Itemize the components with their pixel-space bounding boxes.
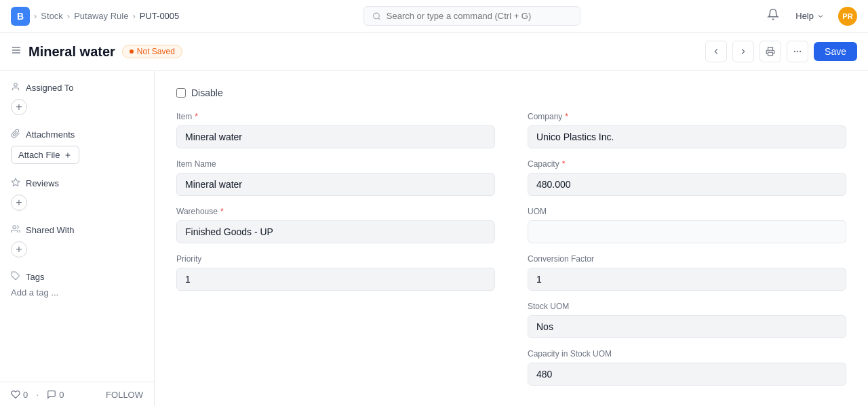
capacity-label: Capacity * (528, 159, 846, 169)
dot-separator: · (36, 389, 39, 400)
search-icon (372, 12, 381, 21)
item-name-label: Item Name (176, 159, 495, 169)
svg-point-0 (373, 13, 379, 19)
uom-group: UOM (528, 207, 846, 243)
priority-input[interactable] (176, 268, 495, 291)
share-icon (11, 224, 20, 236)
plus-icon (64, 151, 72, 159)
tags-header: Tags (11, 271, 143, 283)
save-button[interactable]: Save (814, 42, 857, 61)
topnav-right: Help PR (764, 5, 857, 26)
print-button[interactable] (760, 41, 781, 62)
likes-area: 0 (11, 390, 28, 400)
svg-point-7 (794, 51, 795, 52)
warehouse-label: Warehouse * (176, 207, 495, 216)
capacity-input[interactable] (528, 173, 846, 196)
disable-row: Disable (176, 87, 846, 98)
company-input[interactable] (528, 125, 846, 148)
avatar: PR (838, 7, 857, 26)
heart-icon[interactable] (11, 390, 20, 399)
main-content: Disable Item * Item Name (155, 71, 868, 406)
add-assigned-to-button[interactable]: + (11, 99, 27, 115)
user-icon (11, 82, 20, 94)
star-icon (11, 178, 20, 189)
follow-button[interactable]: FOLLOW (106, 390, 143, 400)
svg-point-5 (797, 51, 797, 52)
shared-with-header: Shared With (11, 224, 143, 236)
menu-icon[interactable] (11, 45, 22, 58)
app-icon: B (11, 7, 30, 26)
warehouse-required: * (220, 207, 224, 216)
breadcrumb-current: PUT-0005 (140, 11, 180, 21)
item-name-input[interactable] (176, 173, 495, 196)
capacity-group: Capacity * (528, 159, 846, 196)
warehouse-input[interactable] (176, 220, 495, 243)
not-saved-badge: Not Saved (122, 45, 182, 58)
conversion-factor-group: Conversion Factor (528, 254, 846, 291)
conversion-factor-input[interactable] (528, 268, 846, 291)
priority-label: Priority (176, 254, 495, 264)
not-saved-dot (130, 49, 134, 54)
more-button[interactable] (787, 41, 808, 62)
capacity-required: * (562, 159, 566, 169)
attach-file-button[interactable]: Attach File (11, 146, 79, 164)
main-layout: Assigned To + Attachments Attach File (0, 71, 868, 406)
uom-label: UOM (528, 207, 846, 216)
company-label: Company * (528, 112, 846, 121)
breadcrumb-sep-3: › (132, 11, 135, 21)
page-title: Mineral water (28, 44, 115, 60)
attachments-section: Attachments Attach File (11, 129, 143, 164)
warehouse-group: Warehouse * (176, 207, 495, 243)
item-label: Item * (176, 112, 495, 121)
svg-point-6 (800, 51, 801, 52)
help-button[interactable]: Help (790, 8, 830, 24)
right-column: Company * Capacity * UOM (528, 112, 846, 397)
breadcrumb-putaway-rule[interactable]: Putaway Rule (74, 11, 128, 21)
capacity-stock-uom-input[interactable] (528, 363, 846, 386)
reviews-header: Reviews (11, 178, 143, 189)
reviews-section: Reviews + (11, 178, 143, 211)
paperclip-icon (11, 129, 20, 140)
search-input[interactable] (387, 11, 572, 21)
breadcrumb-area: B › Stock › Putaway Rule › PUT-0005 (11, 7, 179, 26)
item-name-group: Item Name (176, 159, 495, 196)
prev-button[interactable] (705, 41, 727, 62)
item-input[interactable] (176, 125, 495, 148)
capacity-stock-uom-label: Capacity in Stock UOM (528, 349, 846, 359)
breadcrumb-sep-2: › (67, 11, 70, 21)
svg-point-8 (14, 83, 18, 87)
left-column: Item * Item Name Warehouse * (176, 112, 495, 397)
svg-marker-11 (12, 178, 20, 186)
capacity-stock-uom-group: Capacity in Stock UOM (528, 349, 846, 386)
disable-checkbox[interactable] (176, 88, 186, 98)
page-header-right: Save (705, 41, 857, 62)
sidebar: Assigned To + Attachments Attach File (0, 71, 155, 406)
next-button[interactable] (732, 41, 754, 62)
disable-label: Disable (191, 87, 223, 98)
add-shared-with-button[interactable]: + (11, 241, 27, 258)
item-group: Item * (176, 112, 495, 148)
svg-point-12 (13, 226, 16, 229)
assigned-to-section: Assigned To + (11, 82, 143, 115)
assigned-to-header: Assigned To (11, 82, 143, 94)
form-grid: Item * Item Name Warehouse * (176, 112, 846, 397)
comments-area: 0 (47, 390, 64, 400)
stock-uom-label: Stock UOM (528, 302, 846, 311)
add-review-button[interactable]: + (11, 195, 27, 211)
search-bar[interactable] (363, 6, 580, 26)
uom-input[interactable] (528, 220, 846, 243)
add-tag-link[interactable]: Add a tag ... (11, 287, 58, 298)
item-required: * (195, 112, 198, 121)
comment-icon[interactable] (47, 390, 56, 399)
page-header-left: Mineral water Not Saved (11, 44, 182, 60)
notifications-button[interactable] (764, 5, 782, 26)
page-header: Mineral water Not Saved Save (0, 33, 868, 71)
company-required: * (565, 112, 568, 121)
shared-with-section: Shared With + (11, 224, 143, 258)
breadcrumb-sep-1: › (34, 11, 37, 21)
stock-uom-group: Stock UOM (528, 302, 846, 338)
breadcrumb-stock[interactable]: Stock (41, 11, 63, 21)
stock-uom-input[interactable] (528, 315, 846, 338)
attachments-header: Attachments (11, 129, 143, 140)
company-group: Company * (528, 112, 846, 148)
